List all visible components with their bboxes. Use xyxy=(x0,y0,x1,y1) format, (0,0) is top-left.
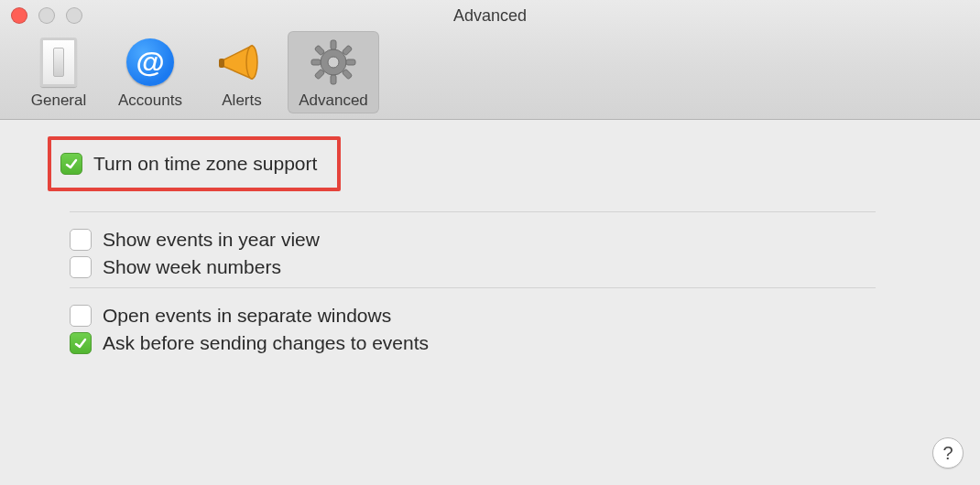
tab-general[interactable]: General xyxy=(13,31,104,113)
option-separate-windows[interactable]: Open events in separate windows xyxy=(70,305,949,327)
checkbox-icon[interactable] xyxy=(70,305,92,327)
switch-icon xyxy=(33,37,84,88)
tab-label: Advanced xyxy=(299,92,368,110)
option-week-numbers[interactable]: Show week numbers xyxy=(70,256,949,278)
minimize-button[interactable] xyxy=(38,7,55,24)
option-year-view[interactable]: Show events in year view xyxy=(70,229,949,251)
help-button[interactable]: ? xyxy=(932,437,964,469)
option-label: Show week numbers xyxy=(103,256,281,278)
checkbox-icon[interactable] xyxy=(60,153,82,175)
maximize-button[interactable] xyxy=(66,7,82,24)
tab-advanced[interactable]: Advanced xyxy=(288,31,379,113)
option-timezone[interactable]: Turn on time zone support xyxy=(60,153,317,175)
window-title: Advanced xyxy=(453,6,527,26)
close-button[interactable] xyxy=(11,7,27,24)
tab-label: Alerts xyxy=(222,92,261,110)
annotation-highlight: Turn on time zone support xyxy=(48,136,341,191)
svg-point-1 xyxy=(246,46,257,79)
svg-rect-6 xyxy=(331,75,336,84)
gear-icon xyxy=(308,37,359,88)
tab-label: General xyxy=(31,92,86,110)
tab-alerts[interactable]: Alerts xyxy=(196,31,288,113)
checkbox-icon[interactable] xyxy=(70,332,92,354)
svg-rect-8 xyxy=(346,59,355,65)
svg-point-4 xyxy=(328,57,339,68)
separator xyxy=(70,287,876,288)
option-label: Open events in separate windows xyxy=(103,305,391,327)
preference-toolbar: General @ Accounts Alerts xyxy=(0,31,980,119)
option-label: Ask before sending changes to events xyxy=(103,332,429,354)
megaphone-icon xyxy=(216,37,267,88)
at-icon: @ xyxy=(125,37,176,88)
svg-rect-2 xyxy=(219,59,224,68)
traffic-lights xyxy=(11,7,82,24)
svg-rect-5 xyxy=(331,40,336,49)
option-ask-changes[interactable]: Ask before sending changes to events xyxy=(70,332,949,354)
tab-accounts[interactable]: @ Accounts xyxy=(104,31,196,113)
window-chrome: Advanced General @ Accounts Alerts xyxy=(0,0,980,120)
tab-label: Accounts xyxy=(118,92,182,110)
option-label: Turn on time zone support xyxy=(93,153,317,175)
option-label: Show events in year view xyxy=(103,229,320,251)
checkbox-icon[interactable] xyxy=(70,229,92,251)
titlebar: Advanced xyxy=(0,0,980,31)
checkbox-icon[interactable] xyxy=(70,256,92,278)
separator xyxy=(70,211,876,212)
help-icon: ? xyxy=(942,443,953,464)
svg-rect-7 xyxy=(311,59,321,65)
settings-pane: Turn on time zone support Show events in… xyxy=(0,120,980,354)
